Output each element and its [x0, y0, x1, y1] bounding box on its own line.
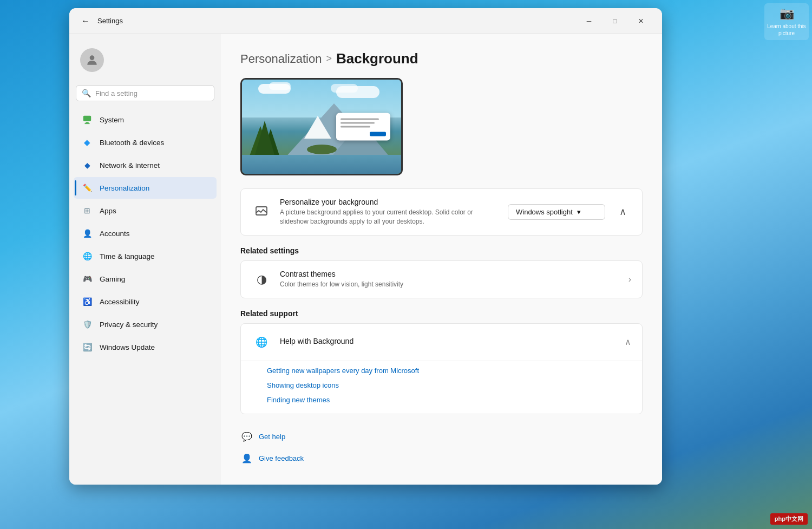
sidebar-item-personalization[interactable]: ✏️ Personalization — [74, 177, 217, 199]
sidebar-item-bluetooth[interactable]: ◆ Bluetooth & devices — [74, 132, 217, 153]
contrast-icon: ◑ — [252, 270, 271, 289]
give-feedback-row: 👤 Give feedback — [240, 449, 643, 468]
sidebar-item-network[interactable]: ◆ Network & internet — [74, 154, 217, 176]
time-icon: 🌐 — [81, 250, 93, 262]
tree-3 — [254, 121, 276, 159]
sidebar-item-personalization-label: Personalization — [100, 184, 149, 192]
contrast-themes-row[interactable]: ◑ Contrast themes Color themes for low v… — [241, 261, 642, 298]
help-globe-icon: 🌐 — [252, 332, 271, 352]
breadcrumb-separator: > — [326, 53, 332, 64]
accounts-icon: 👤 — [81, 227, 93, 239]
dialog-lines — [340, 119, 386, 128]
help-links-expanded: Getting new wallpapers every day from Mi… — [241, 361, 642, 414]
related-support-card: 🌐 Help with Background ∧ Getting new wal… — [240, 323, 643, 414]
svg-rect-1 — [83, 116, 91, 121]
related-support-heading: Related support — [240, 309, 643, 318]
sidebar-item-apps-label: Apps — [100, 207, 116, 215]
minimize-button[interactable]: ─ — [577, 12, 601, 30]
island — [307, 145, 337, 154]
chevron-up-icon: ∧ — [625, 337, 631, 347]
sidebar-item-update[interactable]: 🔄 Windows Update — [74, 336, 217, 358]
system-icon — [81, 114, 93, 126]
title-bar: ← Settings ─ □ ✕ — [69, 8, 662, 34]
maximize-button[interactable]: □ — [603, 12, 627, 30]
settings-window: ← Settings ─ □ ✕ 🔍 — [69, 8, 662, 485]
personalization-icon: ✏️ — [81, 182, 93, 194]
background-dropdown-value: Windows spotlight — [516, 208, 573, 216]
breadcrumb-current: Background — [336, 50, 418, 67]
help-background-text: Help with Background — [280, 337, 616, 347]
get-help-row: 💬 Get help — [240, 427, 643, 447]
sidebar-item-bluetooth-label: Bluetooth & devices — [100, 139, 164, 147]
sidebar-item-accessibility[interactable]: ♿ Accessibility — [74, 291, 217, 312]
related-settings-heading: Related settings — [240, 246, 643, 255]
svg-point-0 — [90, 55, 95, 60]
get-help-link[interactable]: Get help — [259, 433, 285, 441]
personalize-background-text: Personalize your background A picture ba… — [280, 198, 499, 226]
related-support-section: Related support 🌐 Help with Background ∧… — [240, 309, 643, 414]
dialog-line-3 — [340, 126, 370, 128]
sidebar: 🔍 System ◆ Bluetooth & devices — [69, 34, 221, 485]
background-icon — [252, 202, 271, 221]
preview-dialog — [336, 113, 390, 141]
dialog-button — [370, 132, 386, 136]
sidebar-item-accounts[interactable]: 👤 Accounts — [74, 223, 217, 244]
water — [242, 155, 401, 174]
sidebar-item-network-label: Network & internet — [100, 161, 160, 169]
help-background-row[interactable]: 🌐 Help with Background ∧ — [241, 324, 642, 361]
avatar — [80, 48, 104, 72]
learn-picture-label: Learn about this picture — [767, 23, 807, 37]
give-feedback-link[interactable]: Give feedback — [259, 454, 304, 462]
help-background-title: Help with Background — [280, 337, 616, 345]
sidebar-item-gaming-label: Gaming — [100, 275, 125, 283]
help-link-1[interactable]: Getting new wallpapers every day from Mi… — [241, 363, 642, 378]
cloud-2 — [269, 82, 291, 90]
sidebar-item-privacy[interactable]: 🛡️ Privacy & security — [74, 314, 217, 335]
search-input[interactable] — [95, 89, 208, 97]
user-profile — [74, 43, 217, 77]
collapse-button[interactable]: ∧ — [614, 203, 631, 220]
sidebar-item-gaming[interactable]: 🎮 Gaming — [74, 268, 217, 290]
contrast-themes-title: Contrast themes — [280, 270, 620, 278]
apps-icon: ⊞ — [81, 205, 93, 217]
sidebar-item-accessibility-label: Accessibility — [100, 298, 140, 306]
privacy-icon: 🛡️ — [81, 318, 93, 330]
personalize-background-row: Personalize your background A picture ba… — [241, 189, 642, 235]
help-link-3[interactable]: Finding new themes — [241, 393, 642, 407]
network-icon: ◆ — [81, 159, 93, 171]
chevron-down-icon: ▾ — [577, 208, 581, 216]
breadcrumb-parent: Personalization — [240, 52, 322, 66]
close-button[interactable]: ✕ — [628, 12, 653, 30]
background-card: Personalize your background A picture ba… — [240, 188, 643, 236]
contrast-themes-text: Contrast themes Color themes for low vis… — [280, 270, 620, 289]
sidebar-item-privacy-label: Privacy & security — [100, 321, 158, 329]
background-control: Windows spotlight ▾ — [508, 204, 605, 220]
get-help-icon: 💬 — [240, 430, 253, 443]
give-feedback-icon: 👤 — [240, 452, 253, 465]
back-button[interactable]: ← — [78, 14, 93, 29]
update-icon: 🔄 — [81, 341, 93, 353]
main-layout: 🔍 System ◆ Bluetooth & devices — [69, 34, 662, 485]
camera-icon: 📷 — [780, 6, 794, 21]
search-icon: 🔍 — [82, 89, 91, 97]
background-dropdown[interactable]: Windows spotlight ▾ — [508, 204, 605, 220]
php-watermark: php中文网 — [770, 513, 808, 525]
mountain-snow — [304, 116, 331, 139]
help-link-2[interactable]: Showing desktop icons — [241, 378, 642, 393]
chevron-up-icon: ∧ — [619, 206, 626, 218]
dialog-line-2 — [340, 122, 375, 124]
sidebar-item-apps[interactable]: ⊞ Apps — [74, 200, 217, 221]
learn-picture-button[interactable]: 📷 Learn about this picture — [764, 3, 809, 40]
content-area: Personalization > Background — [221, 34, 662, 485]
breadcrumb: Personalization > Background — [240, 50, 643, 67]
personalize-background-title: Personalize your background — [280, 198, 499, 206]
sidebar-item-time-label: Time & language — [100, 252, 155, 260]
sidebar-item-update-label: Windows Update — [100, 343, 155, 351]
svg-rect-2 — [86, 122, 88, 123]
personalize-background-desc: A picture background applies to your cur… — [280, 208, 499, 226]
sidebar-item-time[interactable]: 🌐 Time & language — [74, 245, 217, 267]
svg-rect-3 — [85, 123, 90, 124]
sidebar-item-system[interactable]: System — [74, 109, 217, 130]
cloud-4 — [331, 84, 358, 93]
chevron-right-icon: › — [628, 275, 631, 284]
